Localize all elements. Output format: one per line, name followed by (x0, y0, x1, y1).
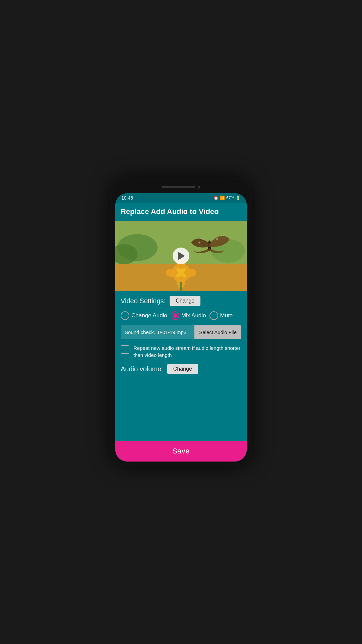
app-title: Replace Add Audio to Video (121, 207, 241, 216)
signal-icon: 📶 (220, 196, 225, 200)
alarm-icon: ⏰ (214, 196, 219, 200)
audio-volume-row: Audio volume: Change (121, 364, 241, 374)
audio-filename: Sound check...0-01-19.mp3 (121, 325, 194, 339)
save-button-label: Save (172, 447, 190, 455)
battery-icon: 🔋 (236, 196, 241, 200)
repeat-label: Repeat new audio stream if audio length … (133, 344, 241, 359)
change-audio-label: Change Audio (131, 312, 167, 319)
audio-volume-change-button[interactable]: Change (167, 364, 198, 374)
status-bar: 10:46 ⏰ 📶 67% 🔋 (115, 193, 247, 203)
svg-point-14 (202, 238, 204, 240)
speaker-bar (162, 186, 195, 188)
notch-bar (115, 182, 247, 192)
settings-section: Video Settings: Change Change Audio (115, 291, 247, 441)
play-icon (178, 252, 185, 260)
svg-rect-11 (180, 282, 182, 291)
video-settings-row: Video Settings: Change (121, 296, 241, 306)
mix-audio-radio[interactable] (171, 311, 179, 320)
phone-screen: 10:46 ⏰ 📶 67% 🔋 Replace Add Audio to Vid… (115, 193, 247, 462)
mix-audio-option[interactable]: Mix Audio (171, 311, 206, 320)
repeat-checkbox[interactable] (121, 345, 129, 354)
change-audio-radio[interactable] (121, 311, 129, 320)
audio-file-row: Sound check...0-01-19.mp3 Select Audio F… (121, 325, 241, 339)
video-preview[interactable] (115, 221, 247, 291)
save-bar[interactable]: Save (115, 441, 247, 462)
mute-radio[interactable] (209, 311, 218, 320)
camera-dot (198, 186, 200, 189)
video-change-button[interactable]: Change (170, 296, 200, 306)
status-icons: ⏰ 📶 67% 🔋 (214, 196, 241, 200)
play-button[interactable] (173, 248, 189, 264)
app-bar: Replace Add Audio to Video (115, 203, 247, 221)
mute-option[interactable]: Mute (209, 311, 233, 320)
video-settings-label: Video Settings: (121, 297, 166, 305)
svg-point-9 (166, 269, 178, 277)
mix-audio-label: Mix Audio (181, 312, 206, 319)
svg-point-13 (198, 241, 200, 244)
audio-volume-label: Audio volume: (121, 365, 163, 373)
battery-text: 67% (226, 196, 234, 200)
select-audio-button[interactable]: Select Audio File (194, 325, 241, 339)
radio-options-row: Change Audio Mix Audio Mute (121, 311, 241, 320)
repeat-row: Repeat new audio stream if audio length … (121, 344, 241, 359)
svg-point-15 (216, 238, 218, 240)
mix-audio-radio-inner (173, 313, 177, 318)
svg-point-10 (184, 269, 196, 277)
change-audio-option[interactable]: Change Audio (121, 311, 167, 320)
mute-label: Mute (220, 312, 233, 319)
phone-shell: 10:46 ⏰ 📶 67% 🔋 Replace Add Audio to Vid… (111, 178, 251, 466)
status-time: 10:46 (121, 195, 133, 201)
svg-point-16 (221, 235, 222, 236)
content-area: Video Settings: Change Change Audio (115, 221, 247, 462)
